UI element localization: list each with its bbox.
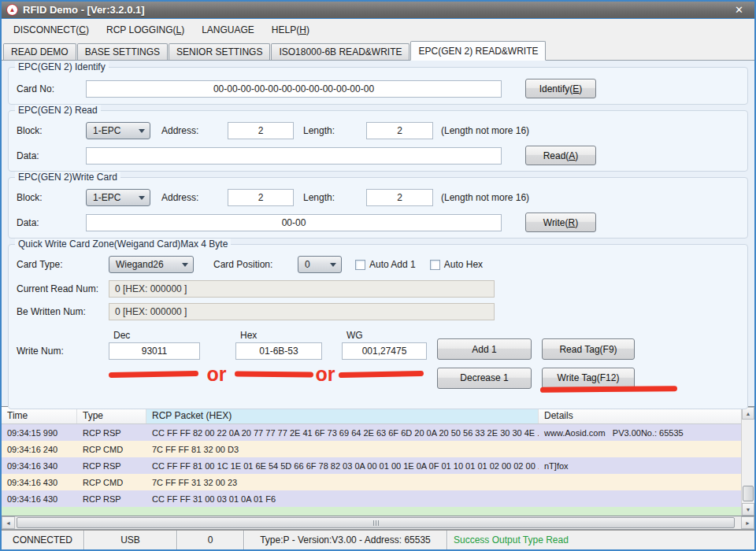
log-row[interactable]: 09:34:16 340 RCP RSP CC FF FF 81 00 1C 1… <box>2 457 741 474</box>
menu-mnemonic: C <box>79 24 86 35</box>
log-cell-details: www.Aosid.com PV3.00No.: 65535 <box>539 424 741 441</box>
button-mnemonic: R <box>569 217 576 228</box>
button-mnemonic: A <box>569 150 575 161</box>
auto-add-label: Auto Add 1 <box>369 259 416 270</box>
menu-mnemonic: H <box>299 24 306 35</box>
log-cell-details <box>539 474 741 490</box>
log-cell-type: RCP RSP <box>77 424 146 441</box>
epc-gen2-panel: EPC(GEN 2) Identify Card No: 00-00-00-00… <box>2 61 754 406</box>
log-cell-details: nT]fox <box>539 457 741 474</box>
write-address-input[interactable]: 2 <box>228 189 294 206</box>
write-num-section: Write Num: Dec Hex WG 93011 01-6B-53 001… <box>17 327 739 390</box>
card-no-label: Card No: <box>17 83 86 94</box>
tab-read-demo[interactable]: READ DEMO <box>3 43 76 60</box>
log-cell-packet: CC FF FF 81 00 1C 1E 01 6E 54 5D 66 6F 7… <box>146 457 539 474</box>
tab-epc-gen2[interactable]: EPC(GEN 2) READ&WRITE <box>410 41 546 61</box>
current-read-label: Current Read Num: <box>17 283 109 294</box>
log-vertical-scrollbar[interactable]: ▲ ▼ <box>741 407 754 516</box>
identify-button[interactable]: Identify(E) <box>525 79 596 98</box>
log-cell-time: 09:34:16 240 <box>2 441 77 457</box>
current-read-field: 0 [HEX: 000000 ] <box>109 280 495 298</box>
log-cell-time: 09:34:16 430 <box>2 490 77 507</box>
log-cell-details <box>539 490 741 507</box>
write-tag-button[interactable]: Write Tag(F12) <box>542 368 635 389</box>
title-bar: ▲ RFID Demo - [Ver:3.2.0.1] ✕ <box>2 2 754 19</box>
identify-group: EPC(GEN 2) Identify Card No: 00-00-00-00… <box>8 67 748 105</box>
card-position-dropdown[interactable]: 0 <box>298 256 342 273</box>
be-written-label: Be Written Num: <box>17 306 109 317</box>
write-num-wg-input[interactable]: 001,27475 <box>342 342 427 360</box>
decrease-1-button[interactable]: Decrease 1 <box>437 368 532 389</box>
dropdown-value: 0 <box>305 259 310 270</box>
data-label: Data: <box>17 150 86 161</box>
dropdown-value: 1-EPC <box>93 192 120 203</box>
length-label: Length: <box>303 192 366 203</box>
col-header-packet[interactable]: RCP Packet (HEX) <box>146 407 539 423</box>
log-horizontal-scrollbar[interactable]: ◄ ► <box>2 516 754 530</box>
auto-hex-checkbox[interactable] <box>430 260 440 270</box>
card-type-dropdown[interactable]: Wiegand26 <box>109 256 194 273</box>
write-length-input[interactable]: 2 <box>366 189 433 206</box>
scroll-right-icon[interactable]: ► <box>741 516 754 529</box>
menu-rcp-logging[interactable]: RCP LOGGING(L) <box>98 21 193 39</box>
menu-label: DISCONNECT( <box>13 24 79 35</box>
annotation-or-2: or <box>313 365 337 383</box>
menu-help[interactable]: HELP(H) <box>263 21 318 39</box>
read-address-input[interactable]: 2 <box>228 122 294 139</box>
read-tag-button[interactable]: Read Tag(F9) <box>542 338 635 360</box>
vscroll-thumb[interactable] <box>743 486 754 501</box>
vscroll-track[interactable] <box>742 420 754 503</box>
menu-label: LANGUAGE <box>202 24 254 35</box>
write-num-hex-input[interactable]: 01-6B-53 <box>235 342 322 360</box>
red-underline-write-tag <box>540 386 677 393</box>
col-header-time[interactable]: Time <box>2 407 77 423</box>
log-row[interactable]: 09:34:16 240 RCP CMD 7C FF FF 81 32 00 D… <box>2 441 741 457</box>
log-cell-type: RCP CMD <box>77 441 146 457</box>
read-data-input[interactable] <box>86 147 502 165</box>
log-row[interactable]: 09:34:16 430 RCP RSP CC FF FF 31 00 03 0… <box>2 490 741 507</box>
col-header-details[interactable]: Details <box>539 407 741 423</box>
read-button[interactable]: Read(A) <box>525 146 596 165</box>
tab-iso18000-6b[interactable]: ISO18000-6B READ&WRITE <box>271 43 410 60</box>
quick-write-group: Quick Write Card Zone(Weigand Card)Max 4… <box>8 244 748 409</box>
wg-column-label: WG <box>342 330 427 341</box>
scroll-left-icon[interactable]: ◄ <box>2 516 15 529</box>
status-connection: CONNECTED <box>2 531 84 549</box>
card-no-input[interactable]: 00-00-00-00-00-00-00-00-00-00-00-00 <box>86 80 502 98</box>
read-block-dropdown[interactable]: 1-EPC <box>86 122 150 139</box>
write-params-row: Block: 1-EPC Address: 2 Length: 2 (Lengt… <box>17 189 739 206</box>
card-type-row: Card Type: Wiegand26 Card Position: 0 Au… <box>17 256 739 273</box>
write-data-row: Data: 00-00 Write(R) <box>17 213 739 232</box>
menu-language[interactable]: LANGUAGE <box>193 21 263 39</box>
log-cell-packet: CC FF FF 31 00 03 01 0A 01 F6 <box>146 490 539 507</box>
tab-base-settings[interactable]: BASE SETTINGS <box>77 43 168 60</box>
annotation-or-1: or <box>198 365 235 383</box>
hscroll-thumb[interactable] <box>17 517 735 528</box>
tab-senior-settings[interactable]: SENIOR SETTINGS <box>169 43 270 60</box>
write-data-input[interactable]: 00-00 <box>86 214 502 231</box>
dropdown-value: Wiegand26 <box>116 259 164 270</box>
hscroll-track[interactable] <box>15 516 741 529</box>
write-num-headers: Dec Hex WG <box>109 327 427 341</box>
window-title: RFID Demo - [Ver:3.2.0.1] <box>23 4 728 16</box>
auto-add-checkbox[interactable] <box>355 260 365 270</box>
menu-label: ) <box>86 24 89 35</box>
write-num-dec-input[interactable]: 93011 <box>109 342 200 360</box>
block-label: Block: <box>17 192 86 203</box>
chevron-down-icon <box>139 129 145 133</box>
rcp-log-main: Time Type RCP Packet (HEX) Details 09:34… <box>2 407 741 516</box>
chevron-down-icon <box>330 263 336 267</box>
write-button[interactable]: Write(R) <box>525 213 596 232</box>
log-row[interactable]: 09:34:16 430 RCP CMD 7C FF FF 31 32 00 2… <box>2 474 741 490</box>
menu-disconnect[interactable]: DISCONNECT(C) <box>5 21 98 39</box>
write-block-dropdown[interactable]: 1-EPC <box>86 189 150 206</box>
scroll-down-icon[interactable]: ▼ <box>742 503 754 516</box>
add-1-button[interactable]: Add 1 <box>437 338 532 360</box>
status-bar: CONNECTED USB 0 Type:P - Version:V3.00 -… <box>2 530 754 549</box>
log-row[interactable]: 09:34:15 990 RCP RSP CC FF FF 82 00 22 0… <box>2 424 741 441</box>
read-length-input[interactable]: 2 <box>366 122 433 139</box>
close-icon[interactable]: ✕ <box>728 4 750 16</box>
button-label: ) <box>575 150 578 161</box>
col-header-type[interactable]: Type <box>77 407 146 423</box>
red-underline-hex <box>235 371 313 377</box>
